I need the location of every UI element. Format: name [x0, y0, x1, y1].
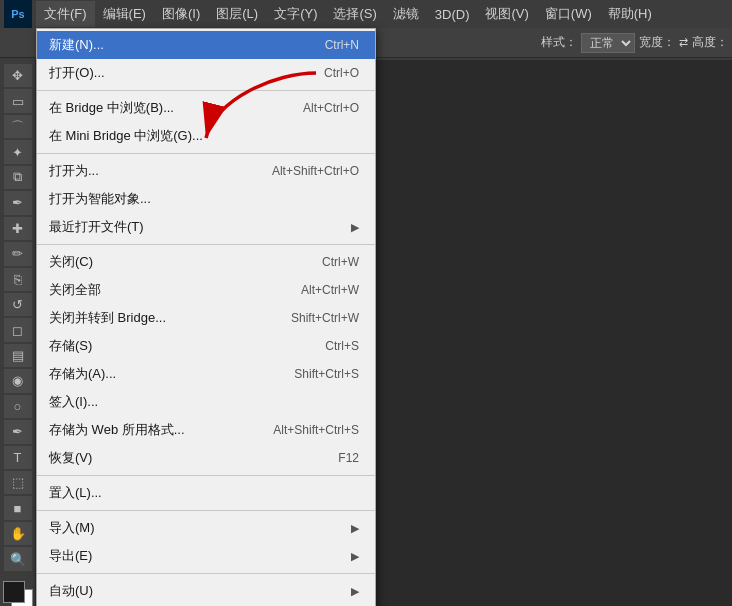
- ps-logo: Ps: [4, 0, 32, 28]
- text-tool[interactable]: T: [4, 446, 32, 469]
- menu-open-as[interactable]: 打开为... Alt+Shift+Ctrl+O: [37, 157, 375, 185]
- separator-2: [37, 153, 375, 154]
- clone-tool[interactable]: ⎘: [4, 268, 32, 291]
- marquee-tool[interactable]: ▭: [4, 89, 32, 112]
- zoom-tool[interactable]: 🔍: [4, 547, 32, 570]
- crop-tool[interactable]: ⧉: [4, 166, 32, 189]
- refresh-icon: ⇄: [679, 36, 688, 49]
- menu-layer[interactable]: 图层(L): [208, 1, 266, 27]
- menu-open[interactable]: 打开(O)... Ctrl+O: [37, 59, 375, 87]
- pen-tool[interactable]: ✒: [4, 420, 32, 443]
- lasso-tool[interactable]: ⌒: [4, 115, 32, 138]
- file-menu-dropdown: 新建(N)... Ctrl+N 打开(O)... Ctrl+O 在 Bridge…: [36, 28, 376, 606]
- menu-open-smart[interactable]: 打开为智能对象...: [37, 185, 375, 213]
- menu-save[interactable]: 存储(S) Ctrl+S: [37, 332, 375, 360]
- eyedropper-tool[interactable]: ✒: [4, 191, 32, 214]
- menu-save-as[interactable]: 存储为(A)... Shift+Ctrl+S: [37, 360, 375, 388]
- menu-window[interactable]: 窗口(W): [537, 1, 600, 27]
- gradient-tool[interactable]: ▤: [4, 344, 32, 367]
- menu-recent[interactable]: 最近打开文件(T) ▶: [37, 213, 375, 241]
- ps-logo-text: Ps: [11, 8, 24, 20]
- separator-6: [37, 573, 375, 574]
- hand-tool[interactable]: ✋: [4, 522, 32, 545]
- tool-panel: ✥ ▭ ⌒ ✦ ⧉ ✒ ✚ ✏ ⎘ ↺ ◻ ▤ ◉ ○ ✒ T ⬚ ■ ✋ 🔍: [0, 60, 36, 606]
- menu-select[interactable]: 选择(S): [325, 1, 384, 27]
- menu-close-bridge[interactable]: 关闭并转到 Bridge... Shift+Ctrl+W: [37, 304, 375, 332]
- height-label: 高度：: [692, 34, 728, 51]
- automate-arrow: ▶: [351, 585, 359, 598]
- file-dropdown-menu: 新建(N)... Ctrl+N 打开(O)... Ctrl+O 在 Bridge…: [36, 28, 376, 606]
- menu-export[interactable]: 导出(E) ▶: [37, 542, 375, 570]
- color-selector[interactable]: [3, 581, 33, 606]
- menu-save-web[interactable]: 存储为 Web 所用格式... Alt+Shift+Ctrl+S: [37, 416, 375, 444]
- style-label: 样式：: [541, 34, 577, 51]
- menu-close[interactable]: 关闭(C) Ctrl+W: [37, 248, 375, 276]
- move-tool[interactable]: ✥: [4, 64, 32, 87]
- menu-3d[interactable]: 3D(D): [427, 3, 478, 26]
- menu-close-all[interactable]: 关闭全部 Alt+Ctrl+W: [37, 276, 375, 304]
- path-tool[interactable]: ⬚: [4, 471, 32, 494]
- separator-3: [37, 244, 375, 245]
- dodge-tool[interactable]: ○: [4, 395, 32, 418]
- menu-new[interactable]: 新建(N)... Ctrl+N: [37, 31, 375, 59]
- shape-tool[interactable]: ■: [4, 496, 32, 519]
- menu-edit[interactable]: 编辑(E): [95, 1, 154, 27]
- brush-tool[interactable]: ✏: [4, 242, 32, 265]
- menu-image[interactable]: 图像(I): [154, 1, 208, 27]
- export-arrow: ▶: [351, 550, 359, 563]
- history-tool[interactable]: ↺: [4, 293, 32, 316]
- menu-mini-bridge[interactable]: 在 Mini Bridge 中浏览(G)...: [37, 122, 375, 150]
- separator-5: [37, 510, 375, 511]
- style-select[interactable]: 正常: [581, 33, 635, 53]
- menu-import[interactable]: 导入(M) ▶: [37, 514, 375, 542]
- menu-text[interactable]: 文字(Y): [266, 1, 325, 27]
- blur-tool[interactable]: ◉: [4, 369, 32, 392]
- menu-filter[interactable]: 滤镜: [385, 1, 427, 27]
- heal-tool[interactable]: ✚: [4, 217, 32, 240]
- menu-help[interactable]: 帮助(H): [600, 1, 660, 27]
- separator-1: [37, 90, 375, 91]
- magic-wand-tool[interactable]: ✦: [4, 140, 32, 163]
- separator-4: [37, 475, 375, 476]
- menu-file[interactable]: 文件(F): [36, 1, 95, 27]
- menu-place[interactable]: 置入(L)...: [37, 479, 375, 507]
- foreground-color[interactable]: [3, 581, 25, 603]
- toolbar-options: 样式： 正常 宽度： ⇄ 高度：: [541, 33, 728, 53]
- width-label: 宽度：: [639, 34, 675, 51]
- menu-bridge-browse[interactable]: 在 Bridge 中浏览(B)... Alt+Ctrl+O: [37, 94, 375, 122]
- submenu-arrow: ▶: [351, 221, 359, 234]
- menu-checkin[interactable]: 签入(I)...: [37, 388, 375, 416]
- eraser-tool[interactable]: ◻: [4, 318, 32, 341]
- menu-revert[interactable]: 恢复(V) F12: [37, 444, 375, 472]
- menubar: Ps 文件(F) 编辑(E) 图像(I) 图层(L) 文字(Y) 选择(S) 滤…: [0, 0, 732, 28]
- import-arrow: ▶: [351, 522, 359, 535]
- menu-automate[interactable]: 自动(U) ▶: [37, 577, 375, 605]
- menu-view[interactable]: 视图(V): [477, 1, 536, 27]
